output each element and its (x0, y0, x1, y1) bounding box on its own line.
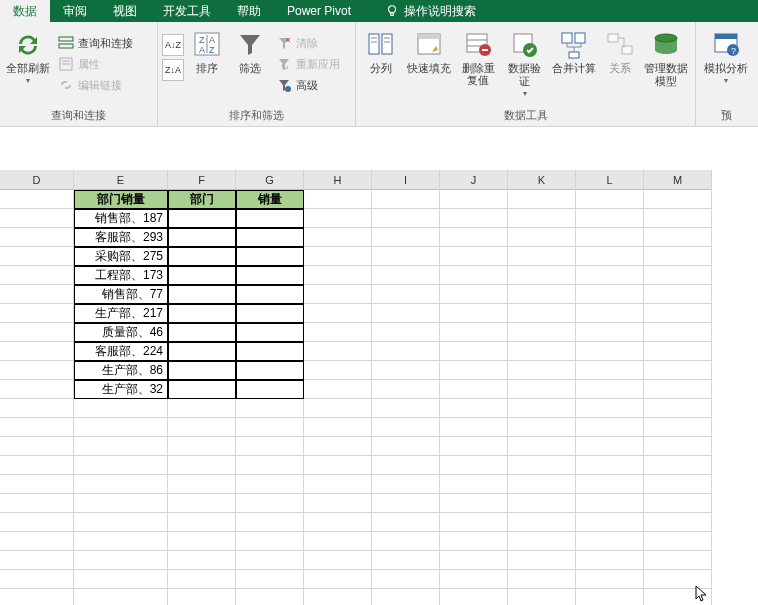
cell[interactable] (508, 285, 576, 304)
cell[interactable] (304, 475, 372, 494)
edit-links-button[interactable]: 编辑链接 (55, 76, 136, 94)
whatif-button[interactable]: ? 模拟分析 ▾ (700, 28, 752, 85)
cell[interactable] (576, 266, 644, 285)
cell[interactable] (508, 551, 576, 570)
cell[interactable] (372, 285, 440, 304)
cell[interactable] (440, 342, 508, 361)
cell[interactable] (440, 304, 508, 323)
cell[interactable] (372, 475, 440, 494)
cell[interactable] (0, 475, 74, 494)
cell[interactable]: 生产部、217 (74, 304, 168, 323)
sort-desc-button[interactable]: Z↓A (162, 59, 184, 81)
cell[interactable] (576, 437, 644, 456)
relations-button[interactable]: 关系 (601, 28, 638, 75)
text-to-columns-button[interactable]: 分列 (360, 28, 401, 75)
cell[interactable] (440, 209, 508, 228)
cell[interactable]: 部门销量 (74, 190, 168, 209)
cell[interactable] (168, 399, 236, 418)
cell[interactable]: 销售部、77 (74, 285, 168, 304)
cell[interactable] (0, 532, 74, 551)
cell[interactable] (372, 342, 440, 361)
cell[interactable] (236, 437, 304, 456)
cell[interactable] (372, 551, 440, 570)
cell[interactable]: 客服部、293 (74, 228, 168, 247)
cell[interactable] (372, 399, 440, 418)
cell[interactable] (304, 589, 372, 605)
cell[interactable] (372, 323, 440, 342)
cell[interactable] (508, 342, 576, 361)
cell[interactable] (0, 190, 74, 209)
cell[interactable] (0, 323, 74, 342)
cell[interactable] (304, 266, 372, 285)
cell[interactable] (236, 513, 304, 532)
cell[interactable] (74, 437, 168, 456)
cell[interactable] (236, 361, 304, 380)
cell[interactable] (168, 209, 236, 228)
cell[interactable] (372, 209, 440, 228)
cell[interactable] (74, 456, 168, 475)
cell[interactable] (304, 285, 372, 304)
cell[interactable] (0, 247, 74, 266)
cell[interactable] (576, 551, 644, 570)
cell[interactable] (372, 589, 440, 605)
cell[interactable] (508, 589, 576, 605)
cell[interactable] (440, 589, 508, 605)
cell[interactable] (644, 380, 712, 399)
cell[interactable] (0, 513, 74, 532)
cell[interactable] (168, 437, 236, 456)
cell[interactable] (644, 190, 712, 209)
sort-button[interactable]: ZAAZ 排序 (187, 28, 227, 75)
remove-duplicates-button[interactable]: 删除重复值 (457, 28, 500, 86)
cell[interactable] (576, 570, 644, 589)
cell[interactable] (168, 513, 236, 532)
cell[interactable] (168, 551, 236, 570)
cell[interactable]: 质量部、46 (74, 323, 168, 342)
column-header-i[interactable]: I (372, 170, 440, 190)
cell[interactable] (576, 285, 644, 304)
cell[interactable] (372, 361, 440, 380)
cell[interactable] (372, 418, 440, 437)
cell[interactable] (304, 399, 372, 418)
column-header-h[interactable]: H (304, 170, 372, 190)
data-validation-button[interactable]: 数据验证 ▾ (503, 28, 546, 98)
cell[interactable] (372, 532, 440, 551)
cell[interactable] (168, 323, 236, 342)
column-header-g[interactable]: G (236, 170, 304, 190)
cell[interactable] (372, 190, 440, 209)
cell[interactable] (440, 323, 508, 342)
cell[interactable] (576, 456, 644, 475)
cell[interactable] (576, 361, 644, 380)
cell[interactable]: 销量 (236, 190, 304, 209)
properties-button[interactable]: 属性 (55, 55, 136, 73)
cell[interactable] (576, 494, 644, 513)
cell[interactable] (508, 266, 576, 285)
cell[interactable] (236, 570, 304, 589)
cell[interactable]: 销售部、187 (74, 209, 168, 228)
cell[interactable] (576, 228, 644, 247)
cell[interactable] (74, 399, 168, 418)
data-model-button[interactable]: 管理数据模型 (642, 28, 691, 88)
cell[interactable] (236, 304, 304, 323)
column-header-l[interactable]: L (576, 170, 644, 190)
cell[interactable] (440, 285, 508, 304)
cell[interactable] (576, 513, 644, 532)
cell[interactable] (644, 304, 712, 323)
cell[interactable] (440, 361, 508, 380)
spreadsheet-grid[interactable]: DEFGHIJKLM 部门销量部门销量销售部、187客服部、293采购部、275… (0, 127, 758, 605)
cell[interactable] (236, 323, 304, 342)
cell[interactable] (304, 247, 372, 266)
cell[interactable] (236, 342, 304, 361)
cell[interactable] (236, 399, 304, 418)
cell[interactable] (576, 342, 644, 361)
cell[interactable] (236, 532, 304, 551)
cell[interactable] (236, 380, 304, 399)
cell[interactable] (440, 570, 508, 589)
cell[interactable] (576, 209, 644, 228)
cell[interactable] (0, 209, 74, 228)
cell[interactable] (508, 380, 576, 399)
cell[interactable] (440, 190, 508, 209)
tab-help[interactable]: 帮助 (224, 0, 274, 22)
cell[interactable] (508, 190, 576, 209)
cell[interactable] (508, 513, 576, 532)
filter-button[interactable]: 筛选 (230, 28, 270, 75)
